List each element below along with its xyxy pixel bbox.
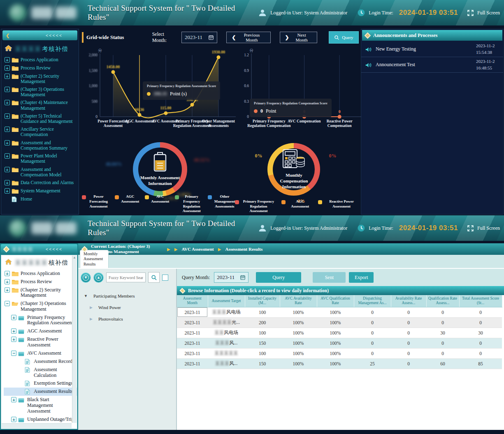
tree-item-black-start-management-assessment[interactable]: +Black Start Management Assessment <box>4 396 77 415</box>
tree-item-process-review[interactable]: +Process Review <box>4 277 77 286</box>
tree-item-reactive-power-assessment[interactable]: +Reactive Power Assessment <box>4 335 77 349</box>
tree-item-assessment-and-compensation-summary[interactable]: +Assessment and Compensation Summary <box>4 139 79 152</box>
fuzzy-search-input[interactable] <box>106 272 146 282</box>
query-button[interactable]: Query <box>329 31 359 44</box>
table-row[interactable]: 2023-11某某某某某100100%100%0000 <box>177 348 502 358</box>
column-header[interactable]: Qualification Rate Assess... <box>426 295 459 307</box>
expand-plus-icon[interactable]: + <box>5 287 10 293</box>
breadcrumb-avc-assessment[interactable]: AVC Assessment <box>181 247 214 252</box>
tree-item-chapter-2-security-management[interactable]: +(Chapter 2) Security Management <box>4 286 77 300</box>
expand-all-button[interactable]: ▼ <box>81 272 91 283</box>
export-button[interactable]: Export <box>349 272 374 283</box>
tree-item-assessment-and-compensation-model[interactable]: +Assessment and Compensation Model <box>4 165 79 178</box>
table-row[interactable]: 2023-11某某某风...150100%100%2506085 <box>177 358 502 369</box>
previous-month-button[interactable]: ❮Previous Month <box>226 32 270 43</box>
tree-item-assessment-calculation[interactable]: Assessment Calculation <box>4 365 77 379</box>
tree-item-chapter-3-operations-management[interactable]: −(Chapter 3) Operations Management <box>4 300 77 314</box>
tree-root[interactable]: 某某某某某核补偿 <box>4 257 77 269</box>
full-screen-label[interactable]: Full Screen <box>477 225 500 231</box>
expand-plus-icon[interactable]: + <box>5 87 10 92</box>
horizontal-scrollbar[interactable] <box>2 423 72 428</box>
assessment-line-chart[interactable]: 分05001,0001,5002,0001450.0060.36115.0039… <box>82 47 237 136</box>
full-screen-icon[interactable] <box>467 225 474 232</box>
tree-item-process-review[interactable]: +Process Review <box>4 64 79 72</box>
compensation-line-chart[interactable]: 分00.30.60.91.2000Primary FrequencyRegula… <box>237 47 363 136</box>
expand-plus-icon[interactable]: + <box>5 167 10 172</box>
expand-plus-icon[interactable]: + <box>5 65 10 71</box>
collapse-minus-icon[interactable]: − <box>11 351 16 356</box>
announcement-item[interactable]: Announcement Test2023-11-216:48:55 <box>361 57 503 73</box>
month-picker[interactable]: 2023-11 <box>181 32 217 43</box>
tree-item-assessment-results[interactable]: Assessment Results <box>4 388 77 396</box>
column-header[interactable]: AVC Availability Rate <box>280 295 317 307</box>
sent-button[interactable]: Sent <box>313 272 346 283</box>
column-header[interactable]: Assessment Month <box>177 295 208 307</box>
collapse-all-button[interactable]: ▲ <box>93 272 104 283</box>
tree-item-agc-assessment[interactable]: +AGC Assessment <box>4 327 77 335</box>
search-button[interactable] <box>148 272 160 283</box>
column-header[interactable]: Total Assessment Score (St... <box>459 295 502 307</box>
expand-plus-icon[interactable]: + <box>5 127 10 132</box>
tree-item-chapter-5-technical-guidance-and-management[interactable]: +(Chapter 5) Technical Guidance and Mana… <box>4 112 79 125</box>
tree-item-home[interactable]: Home <box>4 195 79 203</box>
expand-plus-icon[interactable]: + <box>11 328 16 334</box>
full-screen-label[interactable]: Full Screen <box>477 10 500 16</box>
announcement-item[interactable]: New Energy Testing2023-11-215:54:38 <box>361 42 503 57</box>
expand-plus-icon[interactable]: + <box>5 188 10 194</box>
table-row[interactable]: 2023-11某某某某光...200100%100%0000 <box>177 317 502 328</box>
full-screen-icon[interactable] <box>467 9 474 16</box>
column-header[interactable]: Dispatching Management As... <box>354 295 391 307</box>
expand-plus-icon[interactable]: + <box>5 74 10 79</box>
vertical-scrollbar[interactable]: ▲ <box>72 256 77 423</box>
expand-plus-icon[interactable]: + <box>5 113 10 119</box>
tree-item-process-application[interactable]: +Process Application <box>4 55 79 64</box>
expand-plus-icon[interactable]: + <box>11 315 16 320</box>
next-month-button[interactable]: ❯Next Month <box>280 32 317 43</box>
monthly-assessment-donut[interactable]: Monthly Assessment Information46.04%40.5… <box>82 136 235 215</box>
sidebar-collapse-bar[interactable]: 某某某某 <<<<< <box>1 244 77 254</box>
expand-plus-icon[interactable]: + <box>5 100 10 105</box>
tree-item-system-management[interactable]: +System Management <box>4 187 79 195</box>
column-header[interactable]: AVC Qualification Rate <box>317 295 354 307</box>
table-row[interactable]: 2023-11某某某风...150100%100%0000 <box>177 338 502 348</box>
query-button[interactable]: Query <box>256 272 301 283</box>
table-row[interactable]: 2023-11某某某风电场100100%100%0000 <box>177 307 502 317</box>
expand-plus-icon[interactable]: + <box>5 140 10 145</box>
expand-plus-icon[interactable]: + <box>5 180 10 185</box>
tree-root[interactable]: 某某某某考核补偿 <box>4 43 79 55</box>
monthly-compensation-donut[interactable]: Monthly Compensation Information0%0%0%Pr… <box>235 136 359 215</box>
expand-plus-icon[interactable]: + <box>5 271 10 276</box>
query-month-picker[interactable]: 2023-11 <box>214 272 249 283</box>
members-item-photovoltaics[interactable]: ▶ Photovoltaics <box>90 316 174 321</box>
column-header[interactable]: Assessment Target <box>208 295 245 307</box>
expand-plus-icon[interactable]: + <box>11 337 16 342</box>
back-arrow-icon[interactable]: ❮ <box>6 33 10 38</box>
tree-item-ancillary-service-compensation[interactable]: +Ancillary Service Compensation <box>4 125 79 139</box>
members-root[interactable]: ▼ Participating Members <box>84 293 174 298</box>
expand-plus-icon[interactable]: + <box>11 397 16 402</box>
tree-item-chapter-4-maintenance-management[interactable]: +(Chapter 4) Maintenance Management <box>4 99 79 112</box>
breadcrumb-assessment-results[interactable]: Assessment Results <box>225 247 262 252</box>
tree-item-avc-assessment[interactable]: −AVC Assessment <box>4 349 77 357</box>
tree-item-chapter-2-security-management[interactable]: +(Chapter 2) Security Management <box>4 72 79 85</box>
expand-plus-icon[interactable]: + <box>11 417 16 422</box>
tree-item-data-correction-and-alarms[interactable]: +Data Correction and Alarms <box>4 179 79 187</box>
search-icon <box>151 275 157 281</box>
filter-checkbox[interactable] <box>162 275 168 281</box>
tree-item-chapter-3-operations-management[interactable]: +(Chapter 3) Operations Management <box>4 85 79 98</box>
svg-text:Assessment: Assessment <box>104 124 123 128</box>
expand-plus-icon[interactable]: + <box>5 153 10 159</box>
tree-item-exemption-settings[interactable]: Exemption Settings <box>4 379 77 388</box>
expand-plus-icon[interactable]: + <box>5 279 10 284</box>
tree-item-assessment-records[interactable]: Assessment Records <box>4 357 77 365</box>
expand-plus-icon[interactable]: + <box>5 57 10 62</box>
table-row[interactable]: 2023-11某某风电场100100%100%003030 <box>177 328 502 338</box>
collapse-minus-icon[interactable]: − <box>5 301 10 306</box>
column-header[interactable]: Availability Rate Assess... <box>391 295 426 307</box>
tree-item-power-plant-model-management[interactable]: +Power Plant Model Management <box>4 152 79 165</box>
members-item-wind-power[interactable]: ▶ Wind Power <box>90 305 174 310</box>
tree-item-primary-frequency-regulation-assessment[interactable]: +Primary Frequency Regulation Assessment <box>4 313 77 327</box>
tree-item-process-application[interactable]: +Process Application <box>4 269 77 277</box>
column-header[interactable]: Installed Capacity (M... <box>245 295 280 307</box>
sidebar-collapse-bar[interactable]: ❮ <<<<< <box>2 30 77 40</box>
